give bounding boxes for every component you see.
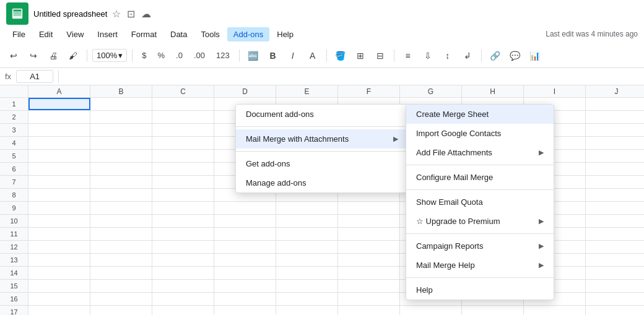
cell-reference-input[interactable]	[16, 70, 53, 83]
text-wrap-button[interactable]: ↲	[459, 47, 476, 64]
mm-campaign-reports[interactable]: Campaign Reports ▶	[406, 236, 554, 256]
fill-color-button[interactable]: 🪣	[332, 47, 349, 64]
menu-insert[interactable]: Insert	[91, 27, 124, 41]
doc-title[interactable]: Untitled spreadsheet	[33, 9, 107, 19]
mm-import-google-contacts[interactable]: Import Google Contacts	[406, 124, 554, 143]
menu-help[interactable]: Help	[271, 27, 300, 41]
comment-button[interactable]: 💬	[507, 47, 524, 64]
cell[interactable]	[214, 202, 276, 214]
cell[interactable]	[28, 267, 90, 279]
cell[interactable]	[586, 98, 644, 110]
cell[interactable]	[28, 215, 90, 227]
cell[interactable]	[28, 98, 90, 110]
cell[interactable]	[152, 176, 214, 188]
cell[interactable]	[214, 280, 276, 292]
menu-file[interactable]: File	[6, 27, 32, 41]
cell[interactable]	[338, 267, 400, 279]
menu-format[interactable]: Format	[125, 27, 163, 41]
zoom-control[interactable]: 100% ▾	[92, 49, 127, 62]
text-color-button[interactable]: A	[304, 47, 321, 64]
cell[interactable]	[152, 98, 214, 110]
cell[interactable]	[28, 189, 90, 201]
v-align-button[interactable]: ⇩	[419, 47, 437, 64]
cell[interactable]	[90, 98, 152, 110]
cell[interactable]	[152, 111, 214, 123]
cell[interactable]	[338, 215, 400, 227]
addons-document-addons[interactable]: Document add-ons	[236, 105, 408, 124]
cell[interactable]	[90, 306, 152, 315]
menu-addons[interactable]: Add-ons	[227, 27, 269, 41]
addons-get-addons[interactable]: Get add-ons	[236, 154, 408, 173]
cell[interactable]	[214, 215, 276, 227]
cell[interactable]	[28, 111, 90, 123]
cell[interactable]	[276, 202, 338, 214]
merge-cells-button[interactable]: ⊟	[372, 47, 389, 64]
cell[interactable]	[90, 228, 152, 240]
cell[interactable]	[586, 267, 644, 279]
cell[interactable]	[90, 137, 152, 149]
cell[interactable]	[586, 228, 644, 240]
cell[interactable]	[462, 306, 524, 315]
cell[interactable]	[152, 163, 214, 175]
bold-button[interactable]: B	[264, 47, 282, 64]
borders-button[interactable]: ⊞	[352, 47, 369, 64]
link-button[interactable]: 🔗	[487, 47, 504, 64]
italic-button[interactable]: I	[284, 47, 302, 64]
cell[interactable]	[90, 280, 152, 292]
cell[interactable]	[90, 150, 152, 162]
cell[interactable]	[90, 293, 152, 305]
h-align-button[interactable]: ≡	[399, 47, 417, 64]
mm-mail-merge-help[interactable]: Mail Merge Help ▶	[406, 256, 554, 275]
number-format-button[interactable]: 123	[212, 49, 234, 62]
cell[interactable]	[90, 215, 152, 227]
mm-configure-mail-merge[interactable]: Configure Mail Merge	[406, 168, 554, 187]
cell[interactable]	[152, 137, 214, 149]
menu-edit[interactable]: Edit	[33, 27, 59, 41]
cell[interactable]	[276, 306, 338, 315]
cell[interactable]	[28, 150, 90, 162]
cell[interactable]	[152, 293, 214, 305]
cell[interactable]	[586, 124, 644, 136]
cell[interactable]	[400, 306, 462, 315]
cell[interactable]	[28, 293, 90, 305]
cell[interactable]	[276, 267, 338, 279]
cell[interactable]	[586, 306, 644, 315]
cell[interactable]	[214, 267, 276, 279]
undo-button[interactable]: ↩	[5, 47, 22, 64]
cell[interactable]	[586, 163, 644, 175]
mm-help[interactable]: Help	[406, 280, 554, 300]
addons-manage-addons[interactable]: Manage add-ons	[236, 173, 408, 192]
menu-data[interactable]: Data	[164, 27, 193, 41]
redo-button[interactable]: ↪	[25, 47, 42, 64]
cell[interactable]	[276, 293, 338, 305]
cell[interactable]	[276, 280, 338, 292]
cell[interactable]	[586, 189, 644, 201]
formula-input[interactable]	[64, 72, 639, 81]
cell[interactable]	[338, 228, 400, 240]
cell[interactable]	[276, 215, 338, 227]
cell[interactable]	[90, 189, 152, 201]
cell[interactable]	[276, 228, 338, 240]
cell[interactable]	[152, 241, 214, 253]
cell[interactable]	[214, 293, 276, 305]
chart-button[interactable]: 📊	[526, 47, 544, 64]
cell[interactable]	[28, 280, 90, 292]
cell[interactable]	[90, 241, 152, 253]
cell[interactable]	[28, 124, 90, 136]
cell[interactable]	[28, 202, 90, 214]
menu-view[interactable]: View	[60, 27, 90, 41]
currency-button[interactable]: $	[137, 49, 150, 62]
mm-create-merge-sheet[interactable]: Create Merge Sheet	[406, 105, 554, 124]
star-icon[interactable]: ☆	[112, 8, 121, 20]
cell[interactable]	[586, 280, 644, 292]
cell[interactable]	[586, 254, 644, 266]
cell[interactable]	[214, 241, 276, 253]
cell[interactable]	[90, 163, 152, 175]
paint-format-button[interactable]: 🖌	[64, 47, 82, 64]
cell[interactable]	[152, 280, 214, 292]
cell[interactable]	[152, 124, 214, 136]
cell[interactable]	[338, 241, 400, 253]
cell[interactable]	[28, 254, 90, 266]
decimal-decrease-button[interactable]: .0	[172, 49, 187, 62]
cell[interactable]	[28, 163, 90, 175]
